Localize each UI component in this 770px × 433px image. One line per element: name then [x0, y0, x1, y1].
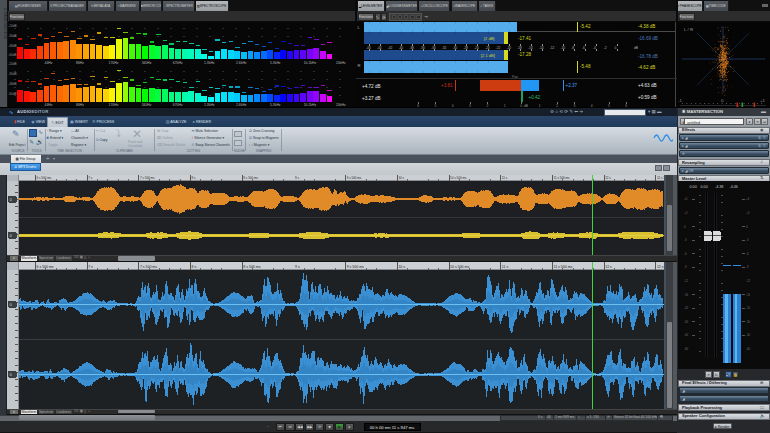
svg-text:1.3kHz: 1.3kHz — [204, 61, 215, 65]
svg-text:10 s 500 ms: 10 s 500 ms — [450, 176, 467, 180]
svg-text:+1: +1 — [760, 98, 766, 103]
svg-text:12 s 500 ms: 12 s 500 ms — [657, 176, 664, 180]
svg-text:[2 dB]: [2 dB] — [484, 36, 494, 41]
svg-text:6: 6 — [417, 104, 419, 107]
svg-text:2: 2 — [486, 104, 488, 107]
svg-text:+3: +3 — [746, 211, 750, 215]
svg-text:-3: -3 — [684, 238, 687, 242]
svg-text:44Hz: 44Hz — [45, 103, 53, 107]
svg-text:+2.37: +2.37 — [566, 83, 578, 88]
svg-text:340Hz: 340Hz — [142, 61, 152, 65]
svg-text:4: 4 — [591, 104, 593, 107]
svg-text:-18: -18 — [517, 46, 522, 50]
svg-text:+6: +6 — [684, 197, 688, 201]
svg-text:+0.59 dB: +0.59 dB — [638, 95, 657, 100]
svg-text:-60dB: -60dB — [8, 53, 16, 57]
svg-text:-48dB: -48dB — [8, 82, 16, 86]
svg-text:7 s 500 ms: 7 s 500 ms — [140, 176, 155, 180]
svg-text:-16.78 dB: -16.78 dB — [638, 54, 658, 59]
svg-text:11 s: 11 s — [502, 265, 509, 269]
svg-text:+0.42: +0.42 — [529, 95, 541, 100]
svg-text:-6: -6 — [582, 46, 585, 50]
svg-text:0: 0 — [520, 104, 522, 107]
svg-text:6: 6 — [625, 104, 627, 107]
svg-text:+3: +3 — [684, 211, 688, 215]
svg-text:7 s 500 ms: 7 s 500 ms — [140, 265, 157, 269]
svg-text:12 s 500 ms: 12 s 500 ms — [657, 265, 664, 269]
svg-text:5: 5 — [608, 104, 610, 107]
svg-text:-30: -30 — [684, 320, 688, 324]
svg-text:-34: -34 — [431, 46, 436, 50]
svg-text:-6: -6 — [746, 252, 749, 256]
svg-text:-1: -1 — [678, 98, 682, 103]
svg-text:10.2kHz: 10.2kHz — [304, 103, 317, 107]
svg-text:9 s 500 ms: 9 s 500 ms — [347, 176, 362, 180]
svg-text:44Hz: 44Hz — [45, 61, 53, 65]
svg-text:-42: -42 — [388, 46, 393, 50]
svg-text:5: 5 — [435, 104, 437, 107]
svg-text:+4.63 dB: +4.63 dB — [638, 83, 657, 88]
svg-text:1: 1 — [504, 104, 506, 107]
svg-text:-30: -30 — [452, 46, 457, 50]
svg-text:12 s: 12 s — [605, 176, 611, 180]
svg-text:-20: -20 — [506, 46, 511, 50]
svg-text:R: R — [358, 63, 361, 68]
svg-text:+3.81: +3.81 — [441, 83, 453, 88]
svg-text:-17.28: -17.28 — [518, 52, 531, 57]
svg-text:170Hz: 170Hz — [109, 103, 119, 107]
svg-text:-12: -12 — [684, 279, 688, 283]
svg-text:Pan: Pan — [512, 75, 518, 79]
svg-text:+6: +6 — [746, 197, 750, 201]
svg-text:-32: -32 — [442, 46, 447, 50]
svg-text:-17.41: -17.41 — [518, 36, 531, 41]
svg-text:-4.38 dB: -4.38 dB — [638, 24, 655, 29]
svg-text:-60dB: -60dB — [8, 92, 16, 96]
svg-text:-20: -20 — [684, 306, 688, 310]
svg-text:86Hz: 86Hz — [76, 61, 84, 65]
svg-text:+4.72 dB: +4.72 dB — [362, 84, 381, 89]
svg-text:-26: -26 — [474, 46, 479, 50]
svg-text:8 s 500 ms: 8 s 500 ms — [243, 265, 260, 269]
svg-text:8 s 500 ms: 8 s 500 ms — [243, 176, 258, 180]
svg-text:11 s: 11 s — [502, 176, 508, 180]
svg-text:3: 3 — [573, 104, 575, 107]
svg-text:-16: -16 — [746, 293, 750, 297]
svg-text:-40: -40 — [398, 46, 403, 50]
svg-text:[2.1 dB]: [2.1 dB] — [481, 53, 495, 58]
svg-text:1: 1 — [539, 104, 541, 107]
svg-text:10 s: 10 s — [398, 265, 405, 269]
svg-text:7 s: 7 s — [88, 176, 93, 180]
svg-text:-10: -10 — [560, 46, 565, 50]
svg-text:-4.62 dB: -4.62 dB — [638, 65, 655, 70]
svg-text:-4.46: -4.46 — [730, 185, 738, 189]
svg-text:-36: -36 — [420, 46, 425, 50]
svg-text:-4: -4 — [593, 46, 596, 50]
svg-text:10.2kHz: 10.2kHz — [304, 61, 317, 65]
svg-text:170Hz: 170Hz — [109, 61, 119, 65]
svg-text:670Hz: 670Hz — [173, 103, 183, 107]
svg-text:5.3kHz: 5.3kHz — [270, 103, 281, 107]
svg-text:340Hz: 340Hz — [142, 103, 152, 107]
svg-text:-38: -38 — [409, 46, 414, 50]
svg-text:-5.48: -5.48 — [580, 64, 591, 69]
svg-text:-40: -40 — [746, 333, 750, 337]
svg-text:1.3kHz: 1.3kHz — [204, 103, 215, 107]
svg-text:11 s 500 ms: 11 s 500 ms — [554, 176, 571, 180]
svg-text:-4.38: -4.38 — [715, 185, 723, 189]
svg-text:-48dB: -48dB — [8, 44, 16, 48]
svg-text:-24dB: -24dB — [8, 62, 16, 66]
svg-text:9 s: 9 s — [295, 265, 300, 269]
svg-text:-36dB: -36dB — [8, 34, 16, 38]
svg-text:10 s: 10 s — [398, 176, 404, 180]
svg-text:3: 3 — [469, 104, 471, 107]
svg-text:20kHz: 20kHz — [336, 61, 346, 65]
svg-text:670Hz: 670Hz — [173, 61, 183, 65]
svg-text:-16: -16 — [684, 293, 688, 297]
svg-text:-6: -6 — [684, 252, 687, 256]
svg-text:-60: -60 — [684, 347, 688, 351]
svg-text:10 s 500 ms: 10 s 500 ms — [450, 265, 469, 269]
svg-text:-40: -40 — [684, 333, 688, 337]
svg-text:2: 2 — [556, 104, 558, 107]
svg-text:-24: -24 — [485, 46, 490, 50]
svg-text:0.00: 0.00 — [690, 185, 697, 189]
